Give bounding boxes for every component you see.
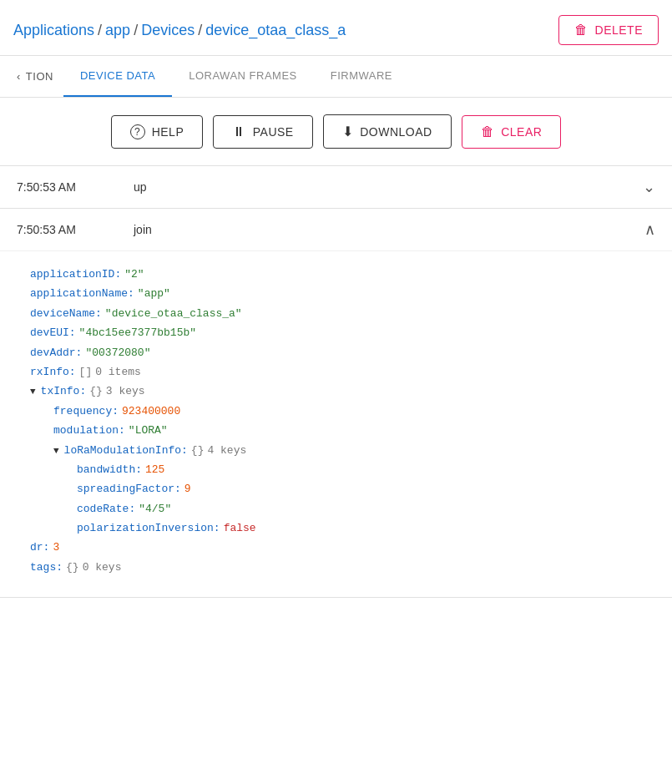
breadcrumb-sep-1: / bbox=[98, 22, 102, 39]
json-viewer: applicationID: "2" applicationName: "app… bbox=[0, 251, 672, 597]
val-frequency: 923400000 bbox=[122, 402, 180, 421]
tab-back[interactable]: ‹ TION bbox=[7, 57, 63, 96]
breadcrumb-device: device_otaa_class_a bbox=[205, 22, 346, 39]
key-bandwidth: bandwidth: bbox=[77, 460, 142, 479]
tab-back-label: TION bbox=[26, 70, 53, 83]
val-deviceName: "device_otaa_class_a" bbox=[105, 304, 242, 323]
data-row-up[interactable]: 7:50:53 AM up ⌄ bbox=[0, 166, 672, 209]
val-codeRate: "4/5" bbox=[139, 499, 171, 518]
json-polarizationInversion: polarizationInversion: false bbox=[77, 518, 652, 538]
clear-trash-icon: 🗑 bbox=[481, 124, 495, 139]
tab-device-data[interactable]: DEVICE DATA bbox=[63, 56, 172, 97]
delete-button[interactable]: 🗑 DELETE bbox=[558, 15, 659, 45]
val-spreadingFactor: 9 bbox=[184, 479, 191, 498]
json-applicationID: applicationID: "2" bbox=[30, 265, 652, 284]
json-txInfo: txInfo: {} 3 keys bbox=[30, 382, 652, 401]
breadcrumb: Applications / app / Devices / device_ot… bbox=[0, 0, 672, 56]
val-modulation: "LORA" bbox=[129, 421, 168, 440]
json-spreadingFactor: spreadingFactor: 9 bbox=[77, 479, 652, 498]
loRa-toggle[interactable] bbox=[53, 443, 59, 460]
val-loRa-count: 4 keys bbox=[207, 441, 246, 460]
key-frequency: frequency: bbox=[53, 402, 119, 421]
json-modulation: modulation: "LORA" bbox=[53, 421, 652, 440]
json-deviceName: deviceName: "device_otaa_class_a" bbox=[30, 304, 652, 323]
val-rxInfo-type: [] bbox=[79, 362, 93, 382]
breadcrumb-sep-2: / bbox=[134, 22, 138, 39]
key-deviceName: deviceName: bbox=[30, 304, 102, 323]
row-up-time: 7:50:53 AM bbox=[17, 180, 134, 194]
json-devEUI: devEUI: "4bc15ee7377bb15b" bbox=[30, 323, 652, 342]
val-tags-type: {} bbox=[66, 558, 79, 577]
val-polarizationInversion: false bbox=[224, 518, 256, 538]
key-tags: tags: bbox=[30, 558, 63, 577]
json-rxInfo: rxInfo: [] 0 items bbox=[30, 362, 652, 382]
val-tags-count: 0 keys bbox=[83, 558, 122, 577]
trash-icon: 🗑 bbox=[574, 23, 589, 38]
chevron-left-icon: ‹ bbox=[17, 70, 21, 83]
json-tags: tags: {} 0 keys bbox=[30, 558, 652, 577]
clear-label: CLEAR bbox=[501, 125, 542, 139]
val-rxInfo-count: 0 items bbox=[95, 362, 141, 382]
download-icon: ⬇ bbox=[342, 124, 354, 139]
breadcrumb-sep-3: / bbox=[198, 22, 202, 39]
breadcrumb-applications[interactable]: Applications bbox=[13, 22, 94, 39]
pause-label: PAUSE bbox=[253, 125, 294, 139]
breadcrumb-devices[interactable]: Devices bbox=[141, 22, 195, 39]
pause-icon: ⏸ bbox=[232, 124, 246, 139]
json-devAddr: devAddr: "00372080" bbox=[30, 343, 652, 362]
row-join-time: 7:50:53 AM bbox=[17, 223, 134, 236]
data-section: 7:50:53 AM up ⌄ 7:50:53 AM join ∧ applic… bbox=[0, 166, 672, 598]
val-dr: 3 bbox=[53, 538, 59, 557]
download-button[interactable]: ⬇ DOWNLOAD bbox=[323, 114, 452, 149]
json-frequency: frequency: 923400000 bbox=[53, 402, 652, 421]
json-codeRate: codeRate: "4/5" bbox=[77, 499, 652, 518]
key-modulation: modulation: bbox=[53, 421, 125, 440]
help-button[interactable]: ? HELP bbox=[111, 115, 204, 149]
txInfo-children: frequency: 923400000 modulation: "LORA" … bbox=[30, 402, 652, 539]
row-up-type: up bbox=[134, 180, 643, 194]
breadcrumb-path: Applications / app / Devices / device_ot… bbox=[13, 22, 346, 39]
key-txInfo: txInfo: bbox=[41, 382, 87, 401]
val-loRa-type: {} bbox=[191, 441, 205, 460]
tab-firmware[interactable]: FIRMWARE bbox=[314, 56, 409, 97]
key-dr: dr: bbox=[30, 538, 49, 557]
data-row-join: 7:50:53 AM join ∧ applicationID: "2" app… bbox=[0, 209, 672, 598]
chevron-down-icon: ⌄ bbox=[643, 178, 655, 196]
val-applicationName: "app" bbox=[138, 284, 170, 303]
val-txInfo-count: 3 keys bbox=[106, 382, 145, 401]
toolbar: ? HELP ⏸ PAUSE ⬇ DOWNLOAD 🗑 CLEAR bbox=[0, 98, 672, 166]
delete-label: DELETE bbox=[595, 23, 643, 37]
json-applicationName: applicationName: "app" bbox=[30, 284, 652, 303]
row-join-type: join bbox=[134, 223, 644, 236]
val-bandwidth: 125 bbox=[145, 460, 164, 479]
tabs-bar: ‹ TION DEVICE DATA LORAWAN FRAMES FIRMWA… bbox=[0, 56, 672, 98]
key-loRaModulationInfo: loRaModulationInfo: bbox=[64, 441, 188, 460]
breadcrumb-app[interactable]: app bbox=[105, 22, 130, 39]
key-applicationID: applicationID: bbox=[30, 265, 121, 284]
help-label: HELP bbox=[152, 125, 184, 139]
key-polarizationInversion: polarizationInversion: bbox=[77, 518, 220, 538]
key-codeRate: codeRate: bbox=[77, 499, 135, 518]
help-icon: ? bbox=[130, 124, 145, 139]
tab-lorawan-frames[interactable]: LORAWAN FRAMES bbox=[172, 56, 314, 97]
txInfo-toggle[interactable] bbox=[30, 384, 36, 401]
val-applicationID: "2" bbox=[124, 265, 144, 284]
val-txInfo-type: {} bbox=[89, 382, 103, 401]
val-devEUI: "4bc15ee7377bb15b" bbox=[79, 323, 196, 342]
clear-button[interactable]: 🗑 CLEAR bbox=[462, 115, 562, 149]
chevron-up-icon: ∧ bbox=[644, 220, 655, 239]
pause-button[interactable]: ⏸ PAUSE bbox=[213, 115, 312, 149]
key-devEUI: devEUI: bbox=[30, 323, 76, 342]
loRa-children: bandwidth: 125 spreadingFactor: 9 codeRa… bbox=[53, 460, 652, 539]
key-rxInfo: rxInfo: bbox=[30, 362, 76, 382]
json-bandwidth: bandwidth: 125 bbox=[77, 460, 652, 479]
key-spreadingFactor: spreadingFactor: bbox=[77, 479, 181, 498]
join-row-header[interactable]: 7:50:53 AM join ∧ bbox=[0, 209, 672, 251]
json-loRaModulationInfo: loRaModulationInfo: {} 4 keys bbox=[53, 441, 652, 460]
json-dr: dr: 3 bbox=[30, 538, 652, 557]
key-devAddr: devAddr: bbox=[30, 343, 82, 362]
download-label: DOWNLOAD bbox=[360, 125, 432, 139]
key-applicationName: applicationName: bbox=[30, 284, 134, 303]
val-devAddr: "00372080" bbox=[85, 343, 150, 362]
